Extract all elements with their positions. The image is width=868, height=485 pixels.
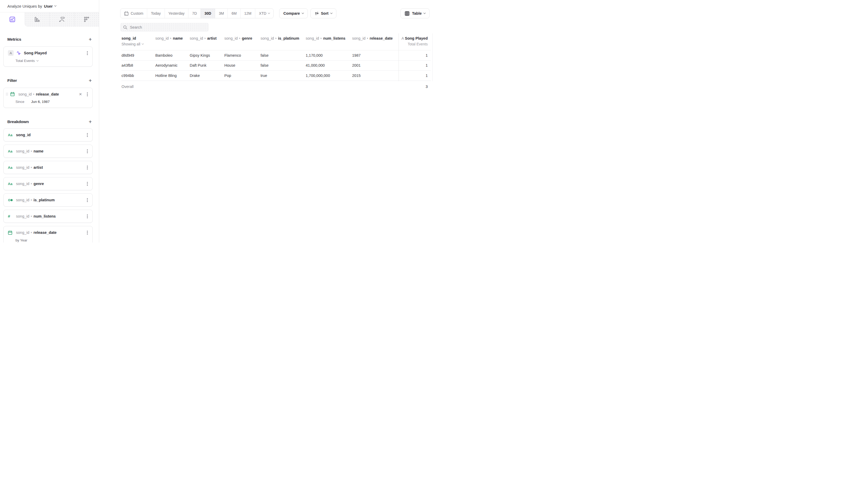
path-arrow-icon [276,37,277,39]
date-range-6m[interactable]: 6M [227,9,240,18]
cell-num-listens: 1,700,000,000 [306,73,352,78]
remove-filter-icon[interactable]: × [79,92,82,97]
table-row[interactable]: a43fb8 Aerodynamic Daft Punk House false… [122,61,431,71]
metric-menu-kebab-icon[interactable] [86,51,89,55]
date-range-30d[interactable]: 30D [200,9,215,18]
add-breakdown-button[interactable]: + [87,118,94,125]
cell-release-date: 1987 [352,53,399,58]
table-row[interactable]: d8d949 Bamboleo Gipsy Kings Flamenco fal… [122,51,431,61]
column-header[interactable]: song_idname [155,36,190,40]
showing-all-selector[interactable]: Showing all [122,42,155,46]
breakdown-property-path: song_id num_listens [16,214,86,218]
breakdown-item[interactable]: song_id is_platinum [4,194,92,206]
compare-button[interactable]: Compare [279,8,308,19]
table-grid-icon [405,11,412,16]
date-range-label: Custom [131,11,143,16]
cell-release-date: 2015 [352,73,399,78]
date-range-3m[interactable]: 3M [215,9,227,18]
chevron-down-icon [54,4,56,6]
breakdown-property-path: song_id release_date [16,231,86,235]
breakdown-menu-kebab-icon[interactable] [86,133,89,137]
search-input[interactable] [130,25,206,29]
visualization-tabbar [0,12,99,27]
date-range-label: 30D [205,11,211,16]
filter-section-header: Filter + [0,77,99,84]
breakdown-menu-kebab-icon[interactable] [86,214,89,218]
breakdown-section-header: Breakdown + [0,118,99,125]
cell-genre: House [224,63,260,67]
breakdown-card: song_id genre [3,177,93,190]
string-property-icon [8,149,14,153]
tab-bar-chart[interactable] [25,12,50,27]
filter-property-row[interactable]: song_id release_date × [4,88,92,97]
breakdown-item[interactable]: song_id release_date [4,226,92,239]
metric-aggregation-subheader: Total Events [399,42,431,46]
breakdown-bucket-selector[interactable]: by Year [4,238,92,243]
breakdown-property-path: song_id name [16,149,86,153]
sort-arrows-icon [315,11,321,16]
breakdown-property-parent: song_id [16,214,29,218]
breakdown-menu-kebab-icon[interactable] [86,165,89,170]
column-header[interactable]: song_idrelease_date [352,36,399,40]
cell-genre: Pop [224,73,260,78]
table-row[interactable]: c994bb Hotline Bling Drake Pop true 1,70… [122,70,431,81]
date-range-12m[interactable]: 12M [240,9,255,18]
filter-menu-kebab-icon[interactable] [86,92,89,96]
date-range-xtd[interactable]: XTD [255,9,273,18]
breakdown-item[interactable]: song_id name [4,145,92,157]
cell-song-id: c994bb [122,73,155,78]
chevron-down-icon [424,12,426,14]
chevron-down-icon [36,59,38,61]
breakdown-item[interactable]: song_id [4,129,92,141]
filter-card: song_id release_date × Since Jun 6, 1987 [3,88,93,108]
column-header-song-id[interactable]: song_id [122,36,136,40]
table-header: song_id song_idname song_idartist song_i… [122,35,431,51]
add-filter-button[interactable]: + [87,77,94,84]
metrics-section-header: Metrics + [0,36,99,43]
breakdown-menu-kebab-icon[interactable] [86,149,89,153]
date-range-today[interactable]: Today [147,9,164,18]
tab-insights[interactable] [0,12,25,27]
cell-name: Aerodynamic [155,63,190,67]
metric-aggregation-value: Total Events [16,59,35,63]
sort-label: Sort [321,11,329,16]
sort-button[interactable]: Sort [310,8,336,19]
date-range-custom[interactable]: Custom [120,9,147,18]
path-arrow-icon [31,199,32,201]
cell-is-platinum: true [260,73,306,78]
breakdown-menu-kebab-icon[interactable] [86,198,89,202]
breakdown-menu-kebab-icon[interactable] [86,182,89,186]
date-range-label: XTD [259,11,266,16]
breakdown-item[interactable]: song_id artist [4,161,92,174]
column-header[interactable]: song_idis_platinum [260,36,306,40]
filter-operator[interactable]: Since [16,100,24,104]
tab-flows[interactable] [49,12,74,27]
overall-row: Overall 3 [122,81,431,92]
column-header[interactable]: song_idgenre [224,36,260,40]
breakdown-property-child: name [34,149,43,153]
date-range-yesterday[interactable]: Yesterday [164,9,188,18]
breakdown-item[interactable]: song_id num_listens [4,210,92,222]
breakdown-menu-kebab-icon[interactable] [86,231,89,235]
analyze-entity-value: User [44,4,53,8]
filter-value[interactable]: Jun 6, 1987 [31,100,50,104]
metric-event-row[interactable]: A Song Played [4,47,92,56]
tab-retention[interactable] [74,12,99,27]
breakdown-property-path: song_id genre [16,182,86,186]
column-header[interactable]: song_idartist [190,36,224,40]
analyze-entity-selector[interactable]: User [44,4,56,8]
table-right-edge [432,33,433,81]
date-range-label: 7D [192,11,197,16]
metric-aggregation-selector[interactable]: Total Events [4,56,92,66]
calendar-icon [124,11,129,16]
breakdown-item[interactable]: song_id genre [4,177,92,190]
breakdown-property-parent: song_id [16,165,29,170]
visualization-type-button[interactable]: Table [400,8,430,19]
add-metric-button[interactable]: + [87,36,94,43]
insights-chart-icon [9,16,16,23]
date-range-7d[interactable]: 7D [188,9,200,18]
drag-handle-icon[interactable] [6,93,8,95]
column-header[interactable]: song_idnum_listens [306,36,352,40]
metric-column-divider [399,33,399,81]
metric-column-header[interactable]: A Song Played [399,36,431,40]
